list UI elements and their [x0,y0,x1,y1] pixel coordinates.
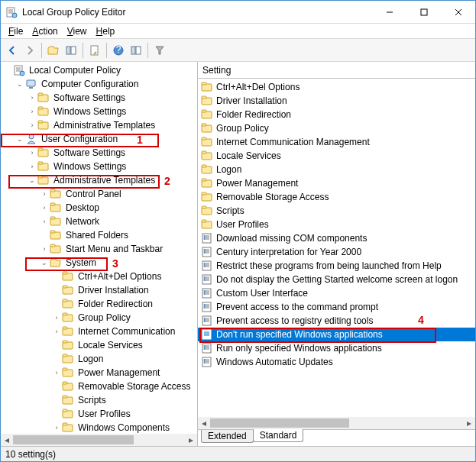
tree-computer-config[interactable]: ⌄Computer Configuration [2,77,197,91]
list-item[interactable]: Group Policy [198,121,475,135]
minimize-button[interactable] [372,1,406,23]
tree-sys-locale[interactable]: Locale Services [2,338,197,352]
list-item[interactable]: Scripts [198,204,475,218]
tab-extended[interactable]: Extended [201,430,254,443]
expander-icon[interactable]: › [27,106,37,117]
menu-help[interactable]: Help [92,24,120,38]
toolbar-extra-1[interactable] [128,42,144,59]
list-hscroll[interactable]: ◂ ▸ [198,417,475,429]
tree-label: Windows Settings [52,106,128,117]
tree-uc-windows[interactable]: ›Windows Settings [2,160,197,173]
folder-icon [37,105,50,118]
tree-uc-software[interactable]: ›Software Settings [2,146,197,160]
list-item[interactable]: Ctrl+Alt+Del Options [198,80,475,94]
tab-standard[interactable]: Standard [253,429,304,442]
list-item[interactable]: Restrict these programs from being launc… [198,259,475,273]
list-item[interactable]: Download missing COM components [198,231,475,245]
tree-hscroll[interactable]: ◂ ▸ [1,434,197,446]
list-item[interactable]: Internet Communication Management [198,135,475,149]
folder-icon [37,119,50,131]
column-header-setting[interactable]: Setting [202,65,231,76]
tree-uc-admin[interactable]: ⌄Administrative Templates [2,173,197,187]
expander-icon[interactable]: › [51,326,62,337]
list-hscroll-right-icon[interactable]: ▸ [463,417,475,429]
expander-icon[interactable]: › [51,422,62,433]
expander-icon[interactable]: › [51,312,62,323]
menu-view[interactable]: View [63,24,92,38]
list-item[interactable]: Custom User Interface [198,286,475,300]
hscroll-left-icon[interactable]: ◂ [1,434,13,446]
expander-icon[interactable]: › [39,202,50,213]
tree-sys-removable[interactable]: Removable Storage Access [2,380,197,393]
policy-setting-icon [201,260,213,272]
tree-sys-driver[interactable]: Driver Installation [2,283,197,297]
back-button[interactable] [4,42,21,59]
up-level-button[interactable] [45,42,62,59]
show-hide-tree-button[interactable] [63,42,79,59]
list-item[interactable]: Don't run specified Windows applications [198,328,475,341]
tree-sys-ctrlaltdel[interactable]: Ctrl+Alt+Del Options [2,270,197,283]
help-button[interactable] [110,42,127,59]
list-hscroll-left-icon[interactable]: ◂ [198,417,210,429]
list-item[interactable]: Century interpretation for Year 2000 [198,245,475,259]
list-item[interactable]: Run only specified Windows applications [198,341,475,355]
expander-icon[interactable]: › [27,92,37,103]
tree-start-menu[interactable]: ›Start Menu and Taskbar [2,242,197,256]
tree-scroll[interactable]: Local Computer Policy⌄Computer Configura… [1,62,197,446]
folder-icon [201,177,213,189]
list-item[interactable]: Logon [198,163,475,176]
tree-network[interactable]: ›Network [2,215,197,228]
list-item[interactable]: Windows Automatic Updates [198,355,475,369]
tree-system[interactable]: ⌄System [2,256,197,270]
forward-button[interactable] [21,42,38,59]
tree-sys-folder-redir[interactable]: Folder Redirection [2,297,197,311]
expander-icon[interactable]: ⌄ [39,257,50,268]
tree-sys-internet[interactable]: ›Internet Communication [2,325,197,338]
list-item[interactable]: User Profiles [198,218,475,231]
list-item[interactable]: Do not display the Getting Started welco… [198,273,475,286]
policy-setting-icon [201,315,213,327]
hscroll-right-icon[interactable]: ▸ [185,434,197,446]
tree-sys-windows-comp[interactable]: ›Windows Components [2,421,197,435]
tree-sys-scripts[interactable]: Scripts [2,393,197,407]
list-item[interactable]: Driver Installation [198,94,475,108]
list-item[interactable]: Prevent access to registry editing tools [198,314,475,328]
list-item-label: Don't run specified Windows applications [216,329,383,340]
list-body[interactable]: Ctrl+Alt+Del OptionsDriver InstallationF… [198,79,475,429]
menu-action[interactable]: Action [28,24,62,38]
list-pane: Setting Ctrl+Alt+Del OptionsDriver Insta… [198,62,475,446]
expander-icon[interactable]: › [27,161,37,172]
expander-icon[interactable]: › [27,147,37,158]
tree-cc-software[interactable]: ›Software Settings [2,91,197,105]
maximize-button[interactable] [406,1,441,23]
tree-sys-power[interactable]: ›Power Management [2,366,197,380]
expander-icon[interactable]: › [39,189,50,199]
expander-icon[interactable]: ⌄ [15,79,25,89]
tree-control-panel[interactable]: ›Control Panel [2,187,197,201]
tree-user-config[interactable]: ⌄User Configuration [2,132,197,146]
expander-icon[interactable]: › [51,367,62,378]
tree-shared[interactable]: Shared Folders [2,228,197,242]
list-header[interactable]: Setting [198,62,475,79]
tree-sys-logon[interactable]: Logon [2,352,197,366]
close-button[interactable] [441,1,475,23]
filter-button[interactable] [151,42,168,59]
tree-sys-user-profiles[interactable]: User Profiles [2,407,197,421]
tree-sys-group-policy[interactable]: ›Group Policy [2,311,197,325]
menu-file[interactable]: File [4,24,28,38]
expander-icon[interactable]: › [27,120,37,131]
list-item[interactable]: Power Management [198,176,475,190]
tree-cc-admin[interactable]: ›Administrative Templates [2,118,197,132]
list-item[interactable]: Prevent access to the command prompt [198,300,475,314]
tree-desktop[interactable]: ›Desktop [2,201,197,215]
list-item[interactable]: Removable Storage Access [198,190,475,204]
tree-root[interactable]: Local Computer Policy [2,63,197,77]
list-item[interactable]: Folder Redirection [198,108,475,121]
expander-icon[interactable]: › [39,216,50,227]
expander-icon[interactable]: ⌄ [27,175,37,186]
tree-cc-windows[interactable]: ›Windows Settings [2,105,197,118]
expander-icon[interactable]: ⌄ [15,134,25,144]
expander-icon[interactable]: › [39,244,50,254]
list-item[interactable]: Locale Services [198,149,475,163]
properties-button[interactable] [86,42,103,59]
